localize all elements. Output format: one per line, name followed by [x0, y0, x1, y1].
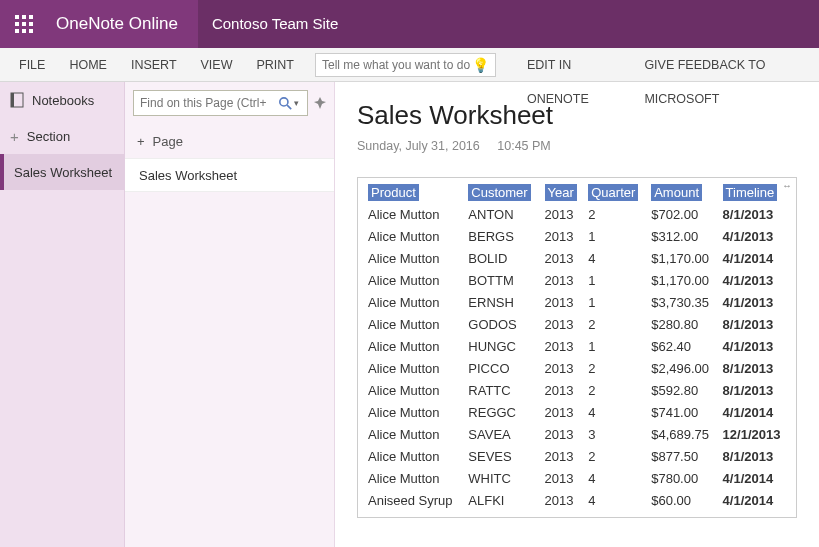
table-cell[interactable]: 2 [584, 379, 647, 401]
table-row[interactable]: Alice MuttonGODOS20132$280.808/1/2013 [364, 313, 790, 335]
table-cell[interactable]: 8/1/2013 [719, 203, 790, 225]
table-row[interactable]: Alice MuttonBOTTM20131$1,170.004/1/2013 [364, 269, 790, 291]
add-page-button[interactable]: + Page [125, 124, 334, 158]
table-cell[interactable]: WHITC [464, 467, 540, 489]
table-cell[interactable]: $3,730.35 [647, 291, 718, 313]
pin-icon[interactable] [314, 97, 326, 109]
table-cell[interactable]: 2013 [541, 489, 585, 511]
page-title[interactable]: Sales Worksheet [357, 100, 797, 131]
table-cell[interactable]: 8/1/2013 [719, 357, 790, 379]
table-cell[interactable]: 4/1/2014 [719, 247, 790, 269]
table-cell[interactable]: 4/1/2014 [719, 467, 790, 489]
table-row[interactable]: Alice MuttonSAVEA20133$4,689.7512/1/2013 [364, 423, 790, 445]
table-cell[interactable]: 2013 [541, 225, 585, 247]
table-cell[interactable]: Aniseed Syrup [364, 489, 464, 511]
table-cell[interactable]: Alice Mutton [364, 203, 464, 225]
table-cell[interactable]: $312.00 [647, 225, 718, 247]
col-product[interactable]: Product [368, 184, 419, 201]
notebooks-button[interactable]: Notebooks [0, 82, 124, 118]
chevron-down-icon[interactable]: ▾ [292, 98, 301, 108]
table-cell[interactable]: Alice Mutton [364, 225, 464, 247]
table-cell[interactable]: 4 [584, 247, 647, 269]
table-row[interactable]: Alice MuttonSEVES20132$877.508/1/2013 [364, 445, 790, 467]
table-cell[interactable]: 8/1/2013 [719, 313, 790, 335]
resize-handle-icon[interactable]: ↔ [782, 180, 792, 191]
tab-insert[interactable]: INSERT [120, 48, 188, 82]
col-quarter[interactable]: Quarter [588, 184, 638, 201]
table-cell[interactable]: 12/1/2013 [719, 423, 790, 445]
table-row[interactable]: Alice MuttonERNSH20131$3,730.354/1/2013 [364, 291, 790, 313]
table-cell[interactable]: Alice Mutton [364, 379, 464, 401]
table-cell[interactable]: HUNGC [464, 335, 540, 357]
col-customer[interactable]: Customer [468, 184, 530, 201]
table-row[interactable]: Alice MuttonPICCO20132$2,496.008/1/2013 [364, 357, 790, 379]
table-cell[interactable]: 2013 [541, 335, 585, 357]
table-row[interactable]: Alice MuttonANTON20132$702.008/1/2013 [364, 203, 790, 225]
table-cell[interactable]: 4/1/2014 [719, 489, 790, 511]
tab-print[interactable]: PRINT [245, 48, 305, 82]
table-cell[interactable]: Alice Mutton [364, 467, 464, 489]
table-cell[interactable]: 2013 [541, 203, 585, 225]
table-cell[interactable]: 2 [584, 357, 647, 379]
table-cell[interactable]: 8/1/2013 [719, 445, 790, 467]
page-item-sales[interactable]: Sales Worksheet [125, 158, 334, 192]
tab-file[interactable]: FILE [8, 48, 56, 82]
table-cell[interactable]: $60.00 [647, 489, 718, 511]
table-cell[interactable]: 4/1/2013 [719, 291, 790, 313]
app-launcher-button[interactable] [0, 0, 48, 48]
table-cell[interactable]: 2013 [541, 247, 585, 269]
table-cell[interactable]: $592.80 [647, 379, 718, 401]
table-cell[interactable]: BOTTM [464, 269, 540, 291]
tell-me-input[interactable] [322, 58, 472, 72]
table-cell[interactable]: 2013 [541, 313, 585, 335]
table-row[interactable]: Alice MuttonWHITC20134$780.004/1/2014 [364, 467, 790, 489]
find-box[interactable]: ▾ [133, 90, 308, 116]
table-row[interactable]: Alice MuttonRATTC20132$592.808/1/2013 [364, 379, 790, 401]
page-content[interactable]: Sales Worksheet Sunday, July 31, 2016 10… [335, 82, 819, 547]
table-cell[interactable]: Alice Mutton [364, 247, 464, 269]
table-cell[interactable]: 4 [584, 401, 647, 423]
table-cell[interactable]: Alice Mutton [364, 269, 464, 291]
table-cell[interactable]: 4 [584, 489, 647, 511]
table-cell[interactable]: $2,496.00 [647, 357, 718, 379]
table-cell[interactable]: SEVES [464, 445, 540, 467]
table-cell[interactable]: 4/1/2013 [719, 335, 790, 357]
table-cell[interactable]: $877.50 [647, 445, 718, 467]
table-cell[interactable]: BERGS [464, 225, 540, 247]
table-cell[interactable]: 2013 [541, 423, 585, 445]
table-cell[interactable]: $741.00 [647, 401, 718, 423]
col-timeline[interactable]: Timeline [723, 184, 778, 201]
give-feedback-button[interactable]: GIVE FEEDBACK TO MICROSOFT [633, 48, 811, 82]
table-cell[interactable]: 2 [584, 313, 647, 335]
table-cell[interactable]: 1 [584, 269, 647, 291]
table-cell[interactable]: 1 [584, 335, 647, 357]
table-cell[interactable]: Alice Mutton [364, 401, 464, 423]
table-cell[interactable]: $1,170.00 [647, 269, 718, 291]
table-cell[interactable]: ALFKI [464, 489, 540, 511]
table-row[interactable]: Alice MuttonHUNGC20131$62.404/1/2013 [364, 335, 790, 357]
tell-me-box[interactable]: 💡 [315, 53, 496, 77]
table-cell[interactable]: 1 [584, 291, 647, 313]
table-cell[interactable]: 4/1/2013 [719, 269, 790, 291]
table-row[interactable]: Aniseed SyrupALFKI20134$60.004/1/2014 [364, 489, 790, 511]
table-cell[interactable]: BOLID [464, 247, 540, 269]
table-cell[interactable]: REGGC [464, 401, 540, 423]
table-cell[interactable]: 2013 [541, 445, 585, 467]
table-cell[interactable]: 1 [584, 225, 647, 247]
table-row[interactable]: Alice MuttonREGGC20134$741.004/1/2014 [364, 401, 790, 423]
table-cell[interactable]: SAVEA [464, 423, 540, 445]
edit-in-onenote-button[interactable]: EDIT IN ONENOTE [516, 48, 623, 82]
table-cell[interactable]: Alice Mutton [364, 445, 464, 467]
table-cell[interactable]: $702.00 [647, 203, 718, 225]
table-cell[interactable]: $4,689.75 [647, 423, 718, 445]
table-cell[interactable]: $280.80 [647, 313, 718, 335]
table-cell[interactable]: 2013 [541, 357, 585, 379]
table-container[interactable]: ↔ Product Customer Year Quarter Amount T… [357, 177, 797, 518]
table-cell[interactable]: Alice Mutton [364, 291, 464, 313]
table-cell[interactable]: GODOS [464, 313, 540, 335]
tab-home[interactable]: HOME [58, 48, 118, 82]
table-cell[interactable]: 2013 [541, 401, 585, 423]
section-item-sales[interactable]: Sales Worksheet [0, 154, 124, 190]
table-cell[interactable]: 4/1/2014 [719, 401, 790, 423]
table-cell[interactable]: 2013 [541, 291, 585, 313]
